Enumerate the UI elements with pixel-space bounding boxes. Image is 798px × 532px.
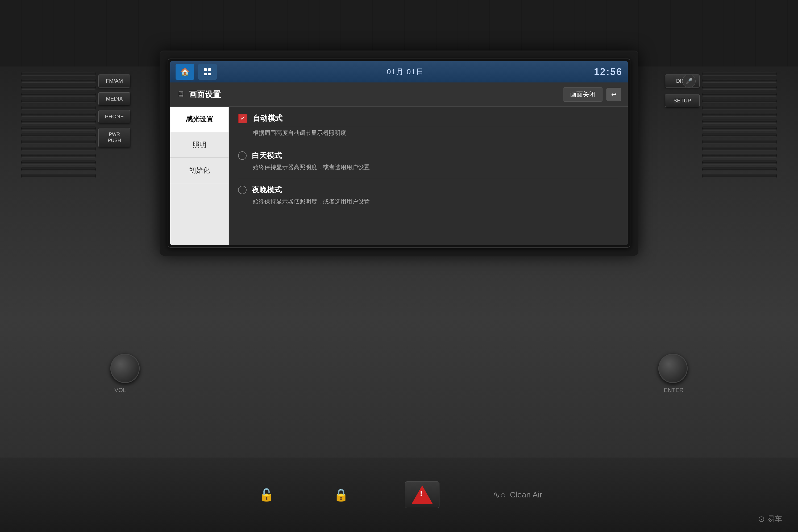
main-content-area: 感光设置 照明 初始化 ✓ 自动模式 根据周围亮度自动调节显示器照明度	[170, 107, 628, 245]
day-mode-row: 白天模式	[238, 151, 619, 161]
vent-slat	[702, 140, 777, 144]
svg-rect-2	[204, 73, 207, 75]
brand-logo-icon: ⊙	[758, 514, 765, 524]
page-title: 画面设置	[189, 89, 559, 100]
night-mode-radio[interactable]	[238, 186, 247, 194]
vent-slat	[702, 119, 777, 124]
vent-slat	[21, 160, 96, 165]
hazard-triangle-icon	[412, 486, 433, 504]
vent-slat	[21, 133, 96, 137]
svg-rect-0	[204, 68, 207, 71]
vent-slat	[702, 126, 777, 131]
header-date: 01月 01日	[221, 67, 590, 77]
vent-slat	[702, 133, 777, 137]
vent-slat	[21, 99, 96, 103]
lock-button[interactable]: 🔒	[330, 484, 352, 506]
clean-air-button[interactable]: ∿○ Clean Air	[493, 490, 543, 500]
screen-bezel: 🏠 01月 01日 12:56 🖥 画面设	[168, 58, 630, 248]
night-mode-desc: 始终保持显示器低照明度，或者选用用户设置	[238, 198, 619, 206]
vent-slat	[702, 160, 777, 165]
vent-slat	[21, 147, 96, 151]
hazard-button[interactable]	[405, 481, 439, 508]
vent-slat	[21, 174, 96, 178]
vent-slat	[702, 106, 777, 110]
vent-slat	[702, 113, 777, 117]
tune-knob[interactable]	[658, 354, 688, 383]
unlock-button[interactable]: 🔓	[256, 484, 277, 506]
sidebar-item-lighting[interactable]: 照明	[170, 132, 228, 158]
lock-icon: 🔒	[330, 484, 352, 506]
vent-slat	[21, 119, 96, 124]
monitor-icon: 🖥	[177, 90, 185, 99]
infotainment-unit: 🏠 01月 01日 12:56 🖥 画面设	[159, 51, 639, 255]
vent-slat	[702, 147, 777, 151]
grid-menu-button[interactable]	[198, 64, 217, 80]
mic-button[interactable]: 🎤	[682, 75, 696, 88]
back-button[interactable]: ↩	[607, 88, 621, 101]
screen-content: 🖥 画面设置 画面关闭 ↩ 感光设置 照明 初始化	[170, 82, 628, 245]
divider	[238, 178, 619, 178]
auto-mode-checkbox[interactable]: ✓	[238, 114, 247, 123]
close-screen-button[interactable]: 画面关闭	[563, 87, 603, 101]
settings-panel: ✓ 自动模式 根据周围亮度自动调节显示器照明度 白天模式 始终保持显示器高照明度…	[229, 107, 628, 245]
vent-slat	[21, 167, 96, 172]
day-mode-desc: 始终保持显示器高照明度，或者选用用户设置	[238, 163, 619, 171]
vent-slat	[21, 86, 96, 90]
bottom-control-panel: 🔓 🔒 ∿○ Clean Air	[0, 457, 798, 532]
vent-slat	[21, 154, 96, 158]
night-mode-label: 夜晚模式	[252, 185, 282, 195]
vent-slat	[21, 106, 96, 110]
header-time: 12:56	[594, 66, 623, 77]
sidebar-item-light-sensing[interactable]: 感光设置	[170, 107, 228, 132]
phone-button[interactable]: PHONE	[98, 110, 130, 123]
right-air-vent	[702, 72, 777, 178]
day-mode-label: 白天模式	[252, 151, 282, 161]
clean-air-label: Clean Air	[510, 490, 543, 499]
unlock-icon: 🔓	[256, 484, 277, 506]
vent-slat	[21, 126, 96, 131]
vent-slat	[702, 167, 777, 172]
brand-name: 易车	[767, 514, 782, 524]
vent-slat	[702, 174, 777, 178]
settings-sidebar: 感光设置 照明 初始化	[170, 107, 229, 245]
vent-slat	[21, 72, 96, 76]
screen-header: 🏠 01月 01日 12:56	[170, 61, 628, 82]
day-mode-radio[interactable]	[238, 151, 247, 160]
vent-slat	[702, 72, 777, 76]
vent-slat	[21, 140, 96, 144]
vent-slat	[702, 99, 777, 103]
svg-rect-3	[208, 73, 211, 75]
vent-slat	[702, 79, 777, 83]
vent-slat	[702, 86, 777, 90]
title-bar: 🖥 画面设置 画面关闭 ↩	[170, 82, 628, 107]
pwr-push-button[interactable]: PWRPUSH	[98, 128, 130, 147]
vent-slat	[702, 92, 777, 97]
vent-slat	[21, 113, 96, 117]
left-hardware-buttons: FM/AM MEDIA PHONE PWRPUSH	[98, 75, 130, 147]
divider	[238, 144, 619, 144]
night-mode-row: 夜晚模式	[238, 185, 619, 195]
fmam-button[interactable]: FM/AM	[98, 75, 130, 88]
setup-button[interactable]: SETUP	[665, 94, 700, 107]
auto-mode-row: ✓ 自动模式	[238, 113, 619, 126]
vent-slat	[21, 79, 96, 83]
screen: 🏠 01月 01日 12:56 🖥 画面设	[170, 61, 628, 245]
sidebar-item-initialize[interactable]: 初始化	[170, 158, 228, 183]
home-button[interactable]: 🏠	[175, 64, 194, 80]
vent-slat	[702, 154, 777, 158]
auto-mode-label: 自动模式	[253, 113, 283, 124]
svg-rect-1	[208, 68, 211, 71]
brand-watermark: ⊙ 易车	[758, 514, 782, 524]
media-button[interactable]: MEDIA	[98, 92, 130, 105]
volume-label: VOL	[114, 387, 126, 394]
auto-mode-desc: 根据周围亮度自动调节显示器照明度	[238, 129, 619, 137]
vent-slat	[21, 92, 96, 97]
enter-label: ENTER	[664, 387, 684, 394]
clean-air-wave-icon: ∿○	[493, 490, 506, 500]
volume-knob[interactable]	[110, 354, 140, 383]
left-air-vent	[21, 72, 96, 178]
